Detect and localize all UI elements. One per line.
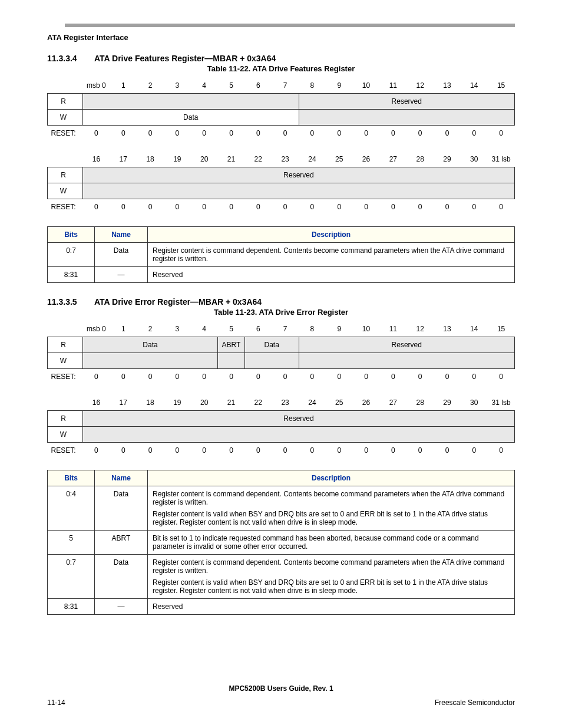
register-row: RReserved (48, 167, 515, 183)
reset-value: 0 (353, 199, 380, 215)
bit-number: 31 lsb (488, 395, 515, 411)
section-heading: 11.3.3.5ATA Drive Error Register—MBAR + … (47, 297, 515, 307)
bit-number: 5 (218, 321, 245, 337)
reset-value: 0 (434, 126, 461, 141)
bit-number: 20 (191, 151, 218, 167)
reset-value: 0 (191, 199, 218, 215)
register-field: ABRT (218, 337, 245, 353)
reset-value: 0 (218, 369, 245, 385)
register-field: Reserved (83, 167, 515, 183)
reset-value: 0 (164, 126, 191, 141)
desc-bits: 8:31 (48, 267, 95, 283)
footer-page-num: 11-14 (47, 699, 65, 707)
reset-value: 0 (488, 369, 515, 385)
bit-number: 23 (272, 395, 299, 411)
reset-value: 0 (461, 443, 488, 459)
register-field (83, 427, 515, 443)
register-field (299, 110, 515, 126)
description-table: BitsNameDescription0:7DataRegister conte… (47, 226, 515, 283)
bit-number: 8 (299, 78, 326, 94)
bit-number: 3 (164, 78, 191, 94)
register-field: Data (83, 337, 218, 353)
bit-number: 16 (83, 395, 110, 411)
bit-number: 7 (272, 78, 299, 94)
bit-numbers: msb 0123456789101112131415 (48, 321, 515, 337)
reset-value: 0 (353, 126, 380, 141)
register-field: Reserved (299, 337, 515, 353)
bit-number: 3 (164, 321, 191, 337)
bit-number: 21 (218, 395, 245, 411)
bit-number: 26 (353, 395, 380, 411)
bit-numbers: msb 0123456789101112131415 (48, 78, 515, 94)
bit-number: 14 (461, 321, 488, 337)
reset-value: 0 (379, 199, 406, 215)
bit-number: 6 (244, 78, 272, 94)
reset-value: 0 (406, 369, 434, 385)
register-row: RReserved (48, 94, 515, 110)
bit-number: 31 lsb (488, 151, 515, 167)
bit-number: 5 (218, 78, 245, 94)
reset-value: 0 (137, 199, 164, 215)
reset-value: 0 (164, 443, 191, 459)
desc-text: Register content is command dependent. C… (148, 243, 515, 267)
bit-number: 17 (110, 151, 137, 167)
bit-number: 4 (191, 78, 218, 94)
bit-number: 19 (164, 151, 191, 167)
register-field: Reserved (299, 94, 515, 110)
reset-value: 0 (244, 369, 272, 385)
reset-value: 0 (191, 369, 218, 385)
desc-header: Description (148, 227, 515, 243)
desc-header: Bits (48, 227, 95, 243)
desc-header: Bits (48, 470, 95, 486)
desc-row: 0:4DataRegister content is command depen… (48, 486, 515, 531)
desc-bits: 0:7 (48, 555, 95, 599)
bit-number: 30 (461, 151, 488, 167)
reset-row: RESET:0000000000000000 (48, 126, 515, 141)
reset-value: 0 (326, 369, 353, 385)
reset-value: 0 (83, 126, 110, 141)
bit-number: 23 (272, 151, 299, 167)
reset-value: 0 (83, 199, 110, 215)
register-row: RReserved (48, 411, 515, 427)
bit-numbers: 16171819202122232425262728293031 lsb (48, 151, 515, 167)
reset-value: 0 (218, 199, 245, 215)
reset-value: 0 (461, 126, 488, 141)
desc-header: Description (148, 470, 515, 486)
reset-value: 0 (299, 199, 326, 215)
bit-numbers: 16171819202122232425262728293031 lsb (48, 395, 515, 411)
reset-value: 0 (272, 369, 299, 385)
reset-value: 0 (272, 443, 299, 459)
reset-value: 0 (299, 126, 326, 141)
bit-number: 15 (488, 78, 515, 94)
page-header: ATA Register Interface (47, 33, 515, 42)
register-row: W (48, 353, 515, 369)
bit-number: 20 (191, 395, 218, 411)
reset-value: 0 (137, 443, 164, 459)
reset-value: 0 (406, 126, 434, 141)
reset-row: RESET:0000000000000000 (48, 443, 515, 459)
desc-name: ABRT (95, 531, 148, 555)
reset-value: 0 (379, 369, 406, 385)
reset-value: 0 (110, 126, 137, 141)
reset-value: 0 (488, 443, 515, 459)
reset-value: 0 (406, 199, 434, 215)
bit-number: 6 (244, 321, 272, 337)
bit-number: 11 (379, 321, 406, 337)
desc-row: 0:7DataRegister content is command depen… (48, 243, 515, 267)
desc-text: Register content is command dependent. C… (148, 555, 515, 599)
bit-number: 7 (272, 321, 299, 337)
desc-row: 0:7DataRegister content is command depen… (48, 555, 515, 599)
bit-layout-table: msb 0123456789101112131415RReservedWData… (47, 78, 515, 215)
register-row: W (48, 427, 515, 443)
bit-number: 25 (326, 151, 353, 167)
bit-number: 15 (488, 321, 515, 337)
desc-bits: 5 (48, 531, 95, 555)
reset-value: 0 (299, 369, 326, 385)
reset-value: 0 (326, 126, 353, 141)
register-field: Reserved (83, 411, 515, 427)
reset-value: 0 (434, 199, 461, 215)
footer-company: Freescale Semiconductor (435, 699, 515, 707)
bit-layout-table: msb 0123456789101112131415RDataABRTDataR… (47, 321, 515, 458)
desc-row: 8:31—Reserved (48, 599, 515, 615)
reset-value: 0 (461, 199, 488, 215)
